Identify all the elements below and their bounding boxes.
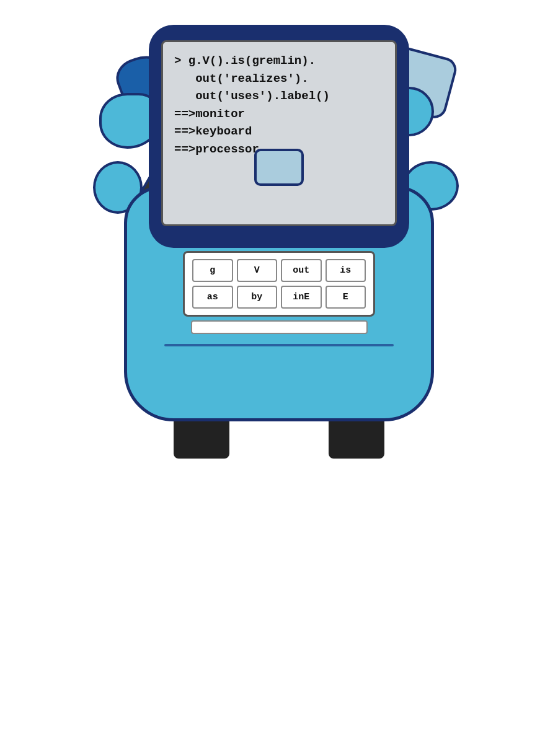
bottom-stripe [164,344,394,346]
robot-illustration: > g.V().is(gremlin). out('realizes'). ou… [87,37,471,719]
robot-neck [254,149,304,186]
robot-head-area: > g.V().is(gremlin). out('realizes'). ou… [136,25,422,260]
code-line-3: out('uses').label() [174,87,384,105]
key-is[interactable]: is [326,259,366,282]
code-line-5: ==>keyboard [174,123,384,141]
robot-leg-right [329,415,384,459]
key-by[interactable]: by [237,286,278,309]
key-ine[interactable]: inE [281,286,322,309]
robot-legs [174,415,384,459]
keyboard-panel: g V out is as by inE E [183,251,375,317]
scene: > g.V().is(gremlin). out('realizes'). ou… [62,12,496,744]
monitor-screen: > g.V().is(gremlin). out('realizes'). ou… [161,40,397,226]
input-bar[interactable] [191,320,368,334]
key-out[interactable]: out [281,259,322,282]
key-g[interactable]: g [192,259,233,282]
code-line-2: out('realizes'). [174,70,384,88]
code-line-1: > g.V().is(gremlin). [174,52,384,70]
robot-leg-left [174,415,229,459]
code-line-4: ==>monitor [174,105,384,123]
key-e[interactable]: E [326,286,366,309]
key-as[interactable]: as [192,286,233,309]
key-v[interactable]: V [237,259,278,282]
